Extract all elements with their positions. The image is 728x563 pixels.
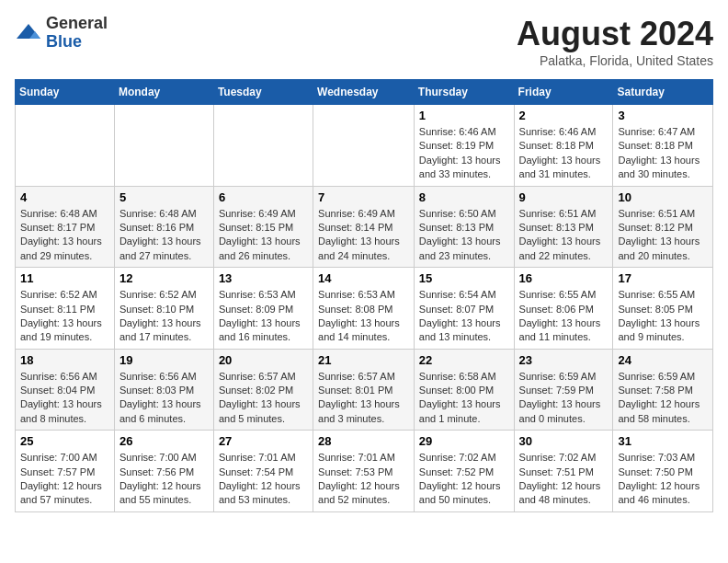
calendar-cell: 19Sunrise: 6:56 AM Sunset: 8:03 PM Dayli… xyxy=(114,349,213,431)
cell-content: Sunrise: 6:59 AM Sunset: 7:58 PM Dayligh… xyxy=(618,370,708,427)
day-number: 21 xyxy=(318,353,409,367)
cell-content: Sunrise: 6:48 AM Sunset: 8:17 PM Dayligh… xyxy=(20,207,109,264)
cell-content: Sunrise: 7:01 AM Sunset: 7:54 PM Dayligh… xyxy=(219,451,308,508)
cell-content: Sunrise: 7:00 AM Sunset: 7:56 PM Dayligh… xyxy=(119,451,209,508)
cell-content: Sunrise: 6:59 AM Sunset: 7:59 PM Dayligh… xyxy=(519,370,609,427)
calendar-cell: 22Sunrise: 6:58 AM Sunset: 8:00 PM Dayli… xyxy=(414,349,514,431)
calendar-cell xyxy=(213,105,313,187)
calendar-cell: 12Sunrise: 6:52 AM Sunset: 8:10 PM Dayli… xyxy=(114,268,213,350)
day-number: 1 xyxy=(419,109,509,122)
cell-content: Sunrise: 6:50 AM Sunset: 8:13 PM Dayligh… xyxy=(419,207,509,264)
calendar-cell: 20Sunrise: 6:57 AM Sunset: 8:02 PM Dayli… xyxy=(213,349,313,431)
logo-blue-text: Blue xyxy=(46,32,82,51)
day-number: 15 xyxy=(419,271,509,285)
day-number: 18 xyxy=(20,353,109,367)
day-number: 17 xyxy=(618,271,708,285)
calendar-cell xyxy=(16,105,115,187)
logo-icon xyxy=(15,22,42,44)
calendar-cell: 31Sunrise: 7:03 AM Sunset: 7:50 PM Dayli… xyxy=(613,431,713,512)
day-number: 23 xyxy=(519,353,609,367)
cell-content: Sunrise: 6:49 AM Sunset: 8:15 PM Dayligh… xyxy=(219,207,308,264)
cell-content: Sunrise: 6:48 AM Sunset: 8:16 PM Dayligh… xyxy=(119,207,209,264)
day-number: 27 xyxy=(219,434,308,448)
calendar-cell: 5Sunrise: 6:48 AM Sunset: 8:16 PM Daylig… xyxy=(114,186,213,268)
day-number: 31 xyxy=(618,434,708,448)
cell-content: Sunrise: 7:02 AM Sunset: 7:51 PM Dayligh… xyxy=(519,451,609,508)
calendar-cell: 8Sunrise: 6:50 AM Sunset: 8:13 PM Daylig… xyxy=(414,186,514,268)
calendar-cell: 28Sunrise: 7:01 AM Sunset: 7:53 PM Dayli… xyxy=(313,431,415,512)
day-number: 11 xyxy=(20,271,109,285)
cell-content: Sunrise: 6:55 AM Sunset: 8:06 PM Dayligh… xyxy=(519,288,609,345)
cell-content: Sunrise: 7:00 AM Sunset: 7:57 PM Dayligh… xyxy=(20,451,109,508)
day-number: 22 xyxy=(419,353,509,367)
calendar-cell: 9Sunrise: 6:51 AM Sunset: 8:13 PM Daylig… xyxy=(514,186,613,268)
day-number: 8 xyxy=(419,190,509,204)
day-number: 29 xyxy=(419,434,509,448)
day-number: 13 xyxy=(219,271,308,285)
calendar-cell: 13Sunrise: 6:53 AM Sunset: 8:09 PM Dayli… xyxy=(213,268,313,350)
day-number: 5 xyxy=(119,190,209,204)
calendar-cell: 24Sunrise: 6:59 AM Sunset: 7:58 PM Dayli… xyxy=(613,349,713,431)
calendar-cell: 2Sunrise: 6:46 AM Sunset: 8:18 PM Daylig… xyxy=(514,105,613,187)
calendar-cell: 1Sunrise: 6:46 AM Sunset: 8:19 PM Daylig… xyxy=(414,105,514,187)
calendar-week-row: 25Sunrise: 7:00 AM Sunset: 7:57 PM Dayli… xyxy=(16,431,713,512)
cell-content: Sunrise: 6:51 AM Sunset: 8:13 PM Dayligh… xyxy=(519,207,609,264)
calendar-cell xyxy=(313,105,415,187)
day-number: 10 xyxy=(618,190,708,204)
title-block: August 2024 Palatka, Florida, United Sta… xyxy=(517,15,713,68)
calendar-cell: 14Sunrise: 6:53 AM Sunset: 8:08 PM Dayli… xyxy=(313,268,415,350)
calendar-cell: 11Sunrise: 6:52 AM Sunset: 8:11 PM Dayli… xyxy=(16,268,115,350)
day-header-tuesday: Tuesday xyxy=(213,80,313,105)
day-header-saturday: Saturday xyxy=(613,80,713,105)
logo: General Blue xyxy=(15,15,108,52)
calendar-cell: 16Sunrise: 6:55 AM Sunset: 8:06 PM Dayli… xyxy=(514,268,613,350)
day-number: 4 xyxy=(20,190,109,204)
calendar-week-row: 11Sunrise: 6:52 AM Sunset: 8:11 PM Dayli… xyxy=(16,268,713,350)
day-number: 20 xyxy=(219,353,308,367)
calendar-cell: 27Sunrise: 7:01 AM Sunset: 7:54 PM Dayli… xyxy=(213,431,313,512)
cell-content: Sunrise: 7:02 AM Sunset: 7:52 PM Dayligh… xyxy=(419,451,509,508)
cell-content: Sunrise: 6:46 AM Sunset: 8:19 PM Dayligh… xyxy=(419,125,509,182)
day-header-wednesday: Wednesday xyxy=(313,80,415,105)
cell-content: Sunrise: 6:57 AM Sunset: 8:01 PM Dayligh… xyxy=(318,370,409,427)
cell-content: Sunrise: 6:47 AM Sunset: 8:18 PM Dayligh… xyxy=(618,125,708,182)
calendar-week-row: 1Sunrise: 6:46 AM Sunset: 8:19 PM Daylig… xyxy=(16,105,713,187)
cell-content: Sunrise: 6:52 AM Sunset: 8:10 PM Dayligh… xyxy=(119,288,209,345)
cell-content: Sunrise: 6:55 AM Sunset: 8:05 PM Dayligh… xyxy=(618,288,708,345)
day-number: 3 xyxy=(618,109,708,122)
month-year-title: August 2024 xyxy=(517,15,713,53)
day-header-sunday: Sunday xyxy=(16,80,115,105)
cell-content: Sunrise: 6:46 AM Sunset: 8:18 PM Dayligh… xyxy=(519,125,609,182)
calendar-header-row: SundayMondayTuesdayWednesdayThursdayFrid… xyxy=(16,80,713,105)
calendar-cell: 15Sunrise: 6:54 AM Sunset: 8:07 PM Dayli… xyxy=(414,268,514,350)
calendar-cell: 7Sunrise: 6:49 AM Sunset: 8:14 PM Daylig… xyxy=(313,186,415,268)
day-header-thursday: Thursday xyxy=(414,80,514,105)
calendar-cell: 4Sunrise: 6:48 AM Sunset: 8:17 PM Daylig… xyxy=(16,186,115,268)
calendar-cell: 21Sunrise: 6:57 AM Sunset: 8:01 PM Dayli… xyxy=(313,349,415,431)
day-number: 16 xyxy=(519,271,609,285)
day-number: 24 xyxy=(618,353,708,367)
day-number: 2 xyxy=(519,109,609,122)
calendar-cell: 29Sunrise: 7:02 AM Sunset: 7:52 PM Dayli… xyxy=(414,431,514,512)
cell-content: Sunrise: 7:01 AM Sunset: 7:53 PM Dayligh… xyxy=(318,451,409,508)
cell-content: Sunrise: 6:51 AM Sunset: 8:12 PM Dayligh… xyxy=(618,207,708,264)
day-number: 19 xyxy=(119,353,209,367)
day-number: 26 xyxy=(119,434,209,448)
day-number: 30 xyxy=(519,434,609,448)
day-number: 14 xyxy=(318,271,409,285)
day-number: 28 xyxy=(318,434,409,448)
calendar-cell: 6Sunrise: 6:49 AM Sunset: 8:15 PM Daylig… xyxy=(213,186,313,268)
calendar-cell: 30Sunrise: 7:02 AM Sunset: 7:51 PM Dayli… xyxy=(514,431,613,512)
calendar-cell: 3Sunrise: 6:47 AM Sunset: 8:18 PM Daylig… xyxy=(613,105,713,187)
cell-content: Sunrise: 6:57 AM Sunset: 8:02 PM Dayligh… xyxy=(219,370,308,427)
cell-content: Sunrise: 6:56 AM Sunset: 8:03 PM Dayligh… xyxy=(119,370,209,427)
day-header-monday: Monday xyxy=(114,80,213,105)
day-number: 6 xyxy=(219,190,308,204)
day-header-friday: Friday xyxy=(514,80,613,105)
cell-content: Sunrise: 6:56 AM Sunset: 8:04 PM Dayligh… xyxy=(20,370,109,427)
calendar-week-row: 18Sunrise: 6:56 AM Sunset: 8:04 PM Dayli… xyxy=(16,349,713,431)
cell-content: Sunrise: 6:52 AM Sunset: 8:11 PM Dayligh… xyxy=(20,288,109,345)
calendar-cell: 17Sunrise: 6:55 AM Sunset: 8:05 PM Dayli… xyxy=(613,268,713,350)
calendar-cell: 23Sunrise: 6:59 AM Sunset: 7:59 PM Dayli… xyxy=(514,349,613,431)
day-number: 12 xyxy=(119,271,209,285)
